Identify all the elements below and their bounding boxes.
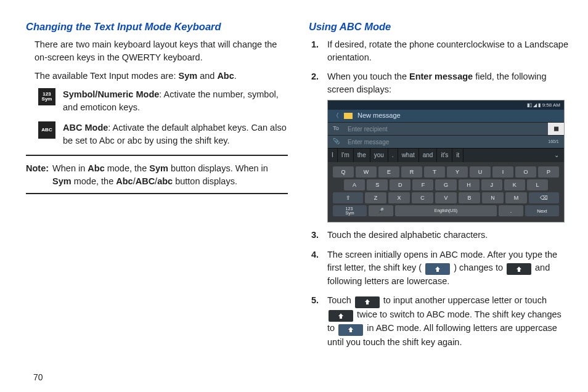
shift-normal-icon [355,296,380,308]
divider-bottom [26,193,288,194]
backspace-key: ⌫ [529,192,559,203]
app-title: New message [357,111,401,121]
sym-mode-row: 123 Sym Symbol/Numeric Mode: Activate th… [38,88,288,114]
divider-top [26,155,288,156]
heading-using-abc: Using ABC Mode [309,20,571,35]
step-3: Touch the desired alphabetic characters. [327,229,571,242]
shift-lock-icon [338,324,363,336]
prediction-bar: I I'm the you . what and it's it ⌄ [328,148,564,163]
note-block: Note: When in Abc mode, the Sym button d… [26,162,288,188]
back-icon: 〈 [333,112,339,121]
left-column: Changing the Text Input Mode Keyboard Th… [26,20,288,383]
sym-key: 123 Sym [333,205,367,216]
left-p2: The available Text Input modes are: Sym … [35,70,288,83]
recipient-field: Enter recipient [344,123,548,135]
signal-icon: ▮▯ ◢ ▮ [527,102,541,109]
step-5: Touch to input another uppercase letter … [327,294,571,349]
step-2: When you touch the Enter message field, … [327,70,571,223]
left-p1: There are two main keyboard layout keys … [35,38,288,64]
message-row: 📎 Enter message 160/1 [328,135,564,148]
mic-key: 🎤 [369,205,393,216]
step-4: The screen initially opens in ABC mode. … [327,248,571,288]
status-bar: ▮▯ ◢ ▮ 9:58 AM [328,100,564,110]
next-key: Next [525,205,559,216]
app-header: 〈 New message [328,110,564,122]
envelope-icon [344,113,353,119]
period-key: . [499,205,523,216]
shift-normal-icon [329,310,353,322]
sym-key-icon: 123 Sym [38,88,55,105]
char-counter: 160/1 [543,139,564,145]
attach-icon: 📎 [328,137,344,145]
recipient-row: To Enter recipient ◼ [328,122,564,135]
phone-screenshot: ▮▯ ◢ ▮ 9:58 AM 〈 New message To Enter re… [327,100,565,223]
heading-changing-mode: Changing the Text Input Mode Keyboard [26,20,288,35]
right-column: Using ABC Mode If desired, rotate the ph… [309,20,571,383]
shift-key: ⇧ [333,192,363,203]
contact-icon: ◼ [548,123,564,135]
page-number: 70 [33,372,43,382]
shift-highlighted-icon [425,263,450,275]
space-key: English(US) [395,205,497,216]
step-1: If desired, rotate the phone countercloc… [327,38,571,64]
abc-key-icon: ABC [38,121,55,139]
abc-mode-row: ABC ABC Mode: Activate the default alpha… [38,121,288,147]
message-field: Enter message [344,136,543,148]
keyboard: QWERTYUIOP ASDFGHJKL ⇧ ZXCVBNM ⌫ 123 Sym [328,162,564,222]
chevron-down-icon: ⌄ [549,149,564,163]
status-time: 9:58 AM [542,102,560,109]
shift-normal-icon [507,263,531,275]
